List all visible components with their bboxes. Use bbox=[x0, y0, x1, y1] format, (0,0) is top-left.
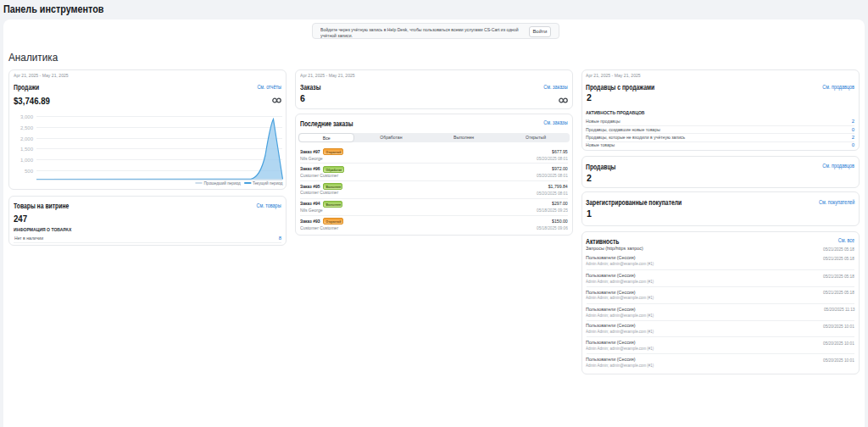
svg-text:3,000: 3,000 bbox=[20, 114, 34, 119]
svg-text:1,500: 1,500 bbox=[20, 147, 34, 152]
svg-text:2,000: 2,000 bbox=[20, 136, 34, 141]
svg-text:500: 500 bbox=[25, 169, 34, 174]
svg-text:2,500: 2,500 bbox=[20, 125, 34, 130]
svg-text:1,000: 1,000 bbox=[20, 158, 34, 163]
